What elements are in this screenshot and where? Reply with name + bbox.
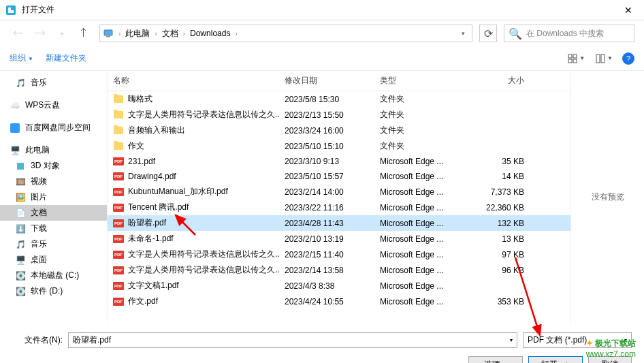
file-name: 文字是人类用符号记录表达信息以传之久... xyxy=(128,109,279,121)
file-row[interactable]: PDF231.pdf2023/3/10 9:13Microsoft Edge .… xyxy=(108,154,570,169)
breadcrumb[interactable]: › 此电脑 › 文档 › Downloads › ▾ xyxy=(99,25,472,42)
toolbar: 组织▼ 新建文件夹 ▼ ▼ ? xyxy=(0,46,644,71)
file-row[interactable]: 音频输入和输出2023/3/24 16:00文件夹 xyxy=(108,123,570,138)
svg-rect-3 xyxy=(568,54,572,58)
file-date: 2023/2/14 13:58 xyxy=(279,265,374,276)
file-row[interactable]: PDF作文.pdf2023/4/24 10:55Microsoft Edge .… xyxy=(108,294,570,309)
sidebar-item-music[interactable]: 🎵音乐 xyxy=(0,75,107,91)
back-button[interactable]: 🡐 xyxy=(10,25,27,42)
file-size: 13 KB xyxy=(475,234,530,244)
view-mode-button[interactable]: ▼ xyxy=(565,52,587,65)
file-name: 盼望着.pdf xyxy=(128,217,166,229)
file-name: 作文 xyxy=(128,140,144,152)
sidebar-item-documents[interactable]: 📄文档 xyxy=(0,205,107,221)
sidebar-item-thispc[interactable]: 🖥️此电脑 xyxy=(0,142,107,158)
file-row[interactable]: PDF文字是人类用符号记录表达信息以传之久...2023/2/14 13:58M… xyxy=(108,262,570,278)
history-dropdown[interactable]: ▾ xyxy=(53,25,71,42)
search-input[interactable]: 🔍 在 Downloads 中搜索 xyxy=(504,25,634,42)
file-row[interactable]: PDFTencent 腾讯.pdf2023/3/22 11:16Microsof… xyxy=(108,200,570,215)
file-row[interactable]: PDF未命名-1.pdf2023/2/10 13:19Microsoft Edg… xyxy=(108,231,570,247)
file-size: 22,360 KB xyxy=(475,202,530,213)
file-row[interactable]: 嗨格式2023/5/8 15:30文件夹 xyxy=(108,91,570,107)
col-size[interactable]: 大小 xyxy=(475,75,530,86)
file-size xyxy=(475,285,530,287)
file-size: 96 KB xyxy=(475,265,530,276)
filename-input[interactable]: 盼望着.pdf ▾ xyxy=(68,332,517,348)
file-type: Microsoft Edge ... xyxy=(374,171,475,182)
chevron-right-icon: › xyxy=(183,30,185,37)
file-row[interactable]: PDF文字是人类用符号记录表达信息以传之久...2023/2/15 11:40M… xyxy=(108,247,570,262)
preview-toggle-button[interactable]: ▼ xyxy=(593,52,615,65)
cancel-button[interactable]: 取消 xyxy=(588,356,632,363)
file-type: Microsoft Edge ... xyxy=(374,156,475,167)
sidebar-item-diskc[interactable]: 💽本地磁盘 (C:) xyxy=(0,268,107,283)
cloud-icon: ☁️ xyxy=(10,100,20,111)
sidebar-item-3d[interactable]: 3D 对象 xyxy=(0,158,107,174)
file-type: Microsoft Edge ... xyxy=(374,265,475,276)
sidebar-item-diskd[interactable]: 💽软件 (D:) xyxy=(0,283,107,299)
folder-icon xyxy=(113,110,124,121)
file-name: 作文.pdf xyxy=(128,296,158,307)
file-size: 35 KB xyxy=(475,156,530,167)
chevron-down-icon[interactable]: ▾ xyxy=(510,337,513,343)
crumb-docs[interactable]: 文档 xyxy=(159,27,181,41)
file-row[interactable]: PDF文字文稿1.pdf2023/4/3 8:38Microsoft Edge … xyxy=(108,278,570,294)
chevron-right-icon: › xyxy=(235,30,237,37)
file-date: 2023/4/24 10:55 xyxy=(279,296,374,307)
sidebar-item-wps[interactable]: ☁️WPS云盘 xyxy=(0,97,107,113)
svg-rect-1 xyxy=(104,30,112,35)
pdf-icon: PDF xyxy=(113,281,124,291)
preview-text: 没有预览 xyxy=(592,191,624,203)
chevron-down-icon[interactable]: ▾ xyxy=(624,337,627,343)
organize-menu[interactable]: 组织▼ xyxy=(10,52,33,64)
file-size: 7,373 KB xyxy=(475,187,530,198)
options-button[interactable]: 选项... xyxy=(468,356,523,363)
sidebar-item-desktop[interactable]: 🖥️桌面 xyxy=(0,252,107,268)
search-placeholder: 在 Downloads 中搜索 xyxy=(526,28,604,40)
file-size: 97 KB xyxy=(475,249,530,260)
file-date: 2023/3/10 9:13 xyxy=(279,156,374,167)
svg-rect-7 xyxy=(596,54,600,63)
file-name: 音频输入和输出 xyxy=(128,125,185,136)
svg-rect-9 xyxy=(10,123,20,133)
file-type: Microsoft Edge ... xyxy=(374,249,475,260)
file-type: Microsoft Edge ... xyxy=(374,281,475,291)
disk-icon: 💽 xyxy=(15,286,26,297)
svg-rect-6 xyxy=(573,59,577,63)
chevron-right-icon: › xyxy=(118,30,120,37)
file-row[interactable]: PDFDrawing4.pdf2023/5/10 15:57Microsoft … xyxy=(108,169,570,184)
help-button[interactable]: ? xyxy=(622,52,634,65)
file-type: 文件夹 xyxy=(374,140,475,153)
sidebar-item-baidu[interactable]: 百度网盘同步空间 xyxy=(0,120,107,136)
col-date[interactable]: 修改日期 xyxy=(279,75,374,86)
sidebar-item-downloads[interactable]: ⬇️下载 xyxy=(0,221,107,236)
file-date: 2023/5/10 15:57 xyxy=(279,171,374,182)
file-row[interactable]: 文字是人类用符号记录表达信息以传之久...2023/2/13 15:50文件夹 xyxy=(108,107,570,123)
refresh-button[interactable]: ⟳ xyxy=(479,25,497,42)
pdf-icon: PDF xyxy=(113,156,124,167)
sidebar-item-video[interactable]: 🎞️视频 xyxy=(0,174,107,189)
pdf-icon: PDF xyxy=(113,265,124,276)
cube-icon xyxy=(15,161,26,172)
close-button[interactable]: ✕ xyxy=(618,5,639,16)
col-name[interactable]: 名称 xyxy=(108,75,279,86)
file-size xyxy=(475,99,530,100)
new-folder-button[interactable]: 新建文件夹 xyxy=(46,52,86,64)
svg-rect-4 xyxy=(573,54,577,58)
file-row[interactable]: 作文2023/5/10 15:10文件夹 xyxy=(108,138,570,154)
sidebar-item-music2[interactable]: 🎵音乐 xyxy=(0,236,107,252)
filetype-combo[interactable]: PDF 文档 (*.pdf) ▾ xyxy=(523,332,632,348)
crumb-pc[interactable]: 此电脑 xyxy=(123,27,152,41)
folder-icon xyxy=(113,141,124,152)
open-button[interactable]: 打开 ▼ xyxy=(528,356,583,363)
file-date: 2023/3/22 11:16 xyxy=(279,202,374,213)
crumb-downloads[interactable]: Downloads xyxy=(187,27,233,40)
file-row[interactable]: PDFKubuntuManual_加水印.pdf2023/2/14 14:00M… xyxy=(108,184,570,200)
col-type[interactable]: 类型 xyxy=(374,75,475,86)
breadcrumb-dropdown[interactable]: ▾ xyxy=(457,30,469,37)
file-type: 文件夹 xyxy=(374,93,475,106)
sidebar-item-pictures[interactable]: 🖼️图片 xyxy=(0,189,107,205)
forward-button[interactable]: 🡒 xyxy=(31,25,49,42)
file-row[interactable]: PDF盼望着.pdf2023/4/28 11:43Microsoft Edge … xyxy=(108,215,570,231)
up-button[interactable]: 🡑 xyxy=(75,25,93,42)
